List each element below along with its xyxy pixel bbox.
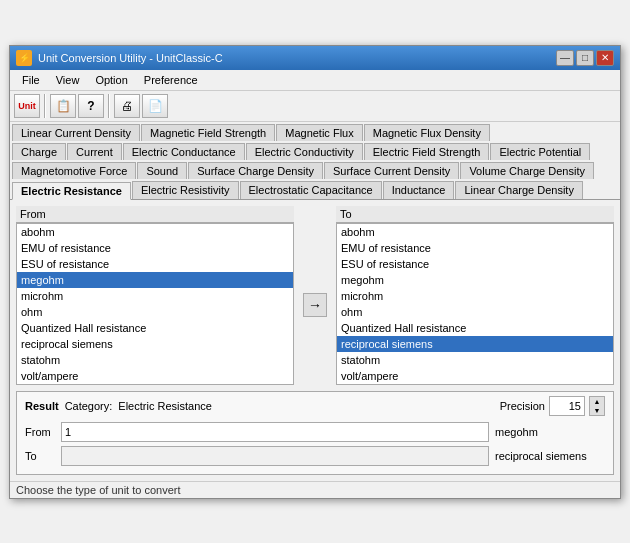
tab-electric-resistivity[interactable]: Electric Resistivity [132,181,239,199]
from-result-label: From [25,426,55,438]
tabs-row-2: Charge Current Electric Conductance Elec… [10,141,620,160]
tab-electric-potential[interactable]: Electric Potential [490,143,590,160]
to-list-item[interactable]: statohm [337,352,613,368]
from-list-item[interactable]: reciprocal siemens [17,336,293,352]
result-area: Result Category: Electric Resistance Pre… [16,391,614,475]
from-result-row: From megohm [25,422,605,442]
to-list[interactable]: abohmEMU of resistanceESU of resistancem… [336,223,614,385]
from-list-item[interactable]: megohm [17,272,293,288]
tab-sound[interactable]: Sound [137,162,187,179]
main-window: ⚡ Unit Conversion Utility - UnitClassic-… [9,45,621,499]
toolbar-help-button[interactable]: ? [78,94,104,118]
arrow-area: → [300,206,330,385]
status-bar: Choose the type of unit to convert [10,481,620,498]
toolbar-new-button[interactable]: Unit [14,94,40,118]
toolbar-export-button[interactable]: 📄 [142,94,168,118]
from-list-item[interactable]: EMU of resistance [17,240,293,256]
tab-magnetic-field-strength[interactable]: Magnetic Field Strength [141,124,275,141]
result-label: Result [25,400,59,412]
to-result-label: To [25,450,55,462]
convert-arrow[interactable]: → [303,293,327,317]
to-list-item[interactable]: ESU of resistance [337,256,613,272]
tab-electric-field-strength[interactable]: Electric Field Strength [364,143,490,160]
from-list-item[interactable]: ohm [17,304,293,320]
tab-electrostatic-capacitance[interactable]: Electrostatic Capacitance [240,181,382,199]
toolbar-separator-1 [44,94,46,118]
tab-inductance[interactable]: Inductance [383,181,455,199]
to-result-unit: reciprocal siemens [495,450,605,462]
to-result-input[interactable] [61,446,489,466]
tabs-row-3: Magnetomotive Force Sound Surface Charge… [10,160,620,179]
content-area: From abohmEMU of resistanceESU of resist… [10,200,620,391]
tab-electric-conductance[interactable]: Electric Conductance [123,143,245,160]
maximize-button[interactable]: □ [576,50,594,66]
toolbar-print-button[interactable]: 🖨 [114,94,140,118]
menu-preference[interactable]: Preference [136,72,206,88]
category-label: Category: [65,400,113,412]
title-bar: ⚡ Unit Conversion Utility - UnitClassic-… [10,46,620,70]
to-list-item[interactable]: ohm [337,304,613,320]
tab-magnetic-flux-density[interactable]: Magnetic Flux Density [364,124,490,141]
minimize-button[interactable]: — [556,50,574,66]
to-list-item[interactable]: Quantized Hall resistance [337,320,613,336]
toolbar-copy-button[interactable]: 📋 [50,94,76,118]
from-list-item[interactable]: statohm [17,352,293,368]
status-text: Choose the type of unit to convert [16,484,181,496]
category-value: Electric Resistance [118,400,212,412]
from-list-item[interactable]: ESU of resistance [17,256,293,272]
tab-current[interactable]: Current [67,143,122,160]
tab-electric-resistance[interactable]: Electric Resistance [12,182,131,200]
toolbar: Unit 📋 ? 🖨 📄 [10,91,620,122]
menu-option[interactable]: Option [87,72,135,88]
from-result-input[interactable] [61,422,489,442]
tab-linear-charge-density[interactable]: Linear Charge Density [455,181,582,199]
to-list-item[interactable]: megohm [337,272,613,288]
to-result-row: To reciprocal siemens [25,446,605,466]
tab-magnetic-flux[interactable]: Magnetic Flux [276,124,362,141]
tab-electric-conductivity[interactable]: Electric Conductivity [246,143,363,160]
tab-surface-charge-density[interactable]: Surface Charge Density [188,162,323,179]
from-list-item[interactable]: volt/ampere [17,368,293,384]
tab-surface-current-density[interactable]: Surface Current Density [324,162,459,179]
from-header: From [16,206,294,223]
tabs-container: Linear Current Density Magnetic Field St… [10,122,620,200]
app-icon: ⚡ [16,50,32,66]
to-list-item[interactable]: microhm [337,288,613,304]
tab-charge[interactable]: Charge [12,143,66,160]
to-list-item[interactable]: volt/ampere [337,368,613,384]
title-buttons: — □ ✕ [556,50,614,66]
tab-magnetomotive-force[interactable]: Magnetomotive Force [12,162,136,179]
to-header: To [336,206,614,223]
precision-input[interactable] [549,396,585,416]
from-list[interactable]: abohmEMU of resistanceESU of resistancem… [16,223,294,385]
to-panel: To abohmEMU of resistanceESU of resistan… [336,206,614,385]
precision-spinner: ▲ ▼ [589,396,605,416]
title-bar-left: ⚡ Unit Conversion Utility - UnitClassic-… [16,50,223,66]
to-list-item[interactable]: abohm [337,224,613,240]
precision-label: Precision [500,400,545,412]
from-result-unit: megohm [495,426,605,438]
from-list-item[interactable]: abohm [17,224,293,240]
precision-down-button[interactable]: ▼ [590,406,604,415]
to-list-item[interactable]: EMU of resistance [337,240,613,256]
result-header-row: Result Category: Electric Resistance Pre… [25,396,605,416]
tabs-row-1: Linear Current Density Magnetic Field St… [10,122,620,141]
tab-linear-current-density[interactable]: Linear Current Density [12,124,140,141]
precision-up-button[interactable]: ▲ [590,397,604,406]
from-list-item[interactable]: microhm [17,288,293,304]
tabs-row-4: Electric Resistance Electric Resistivity… [10,179,620,199]
result-title: Result Category: Electric Resistance [25,400,212,412]
menubar: File View Option Preference [10,70,620,91]
tab-volume-charge-density[interactable]: Volume Charge Density [460,162,594,179]
from-panel: From abohmEMU of resistanceESU of resist… [16,206,294,385]
precision-group: Precision ▲ ▼ [500,396,605,416]
close-button[interactable]: ✕ [596,50,614,66]
to-list-item[interactable]: reciprocal siemens [337,336,613,352]
menu-view[interactable]: View [48,72,88,88]
window-title: Unit Conversion Utility - UnitClassic-C [38,52,223,64]
menu-file[interactable]: File [14,72,48,88]
toolbar-separator-2 [108,94,110,118]
from-list-item[interactable]: Quantized Hall resistance [17,320,293,336]
